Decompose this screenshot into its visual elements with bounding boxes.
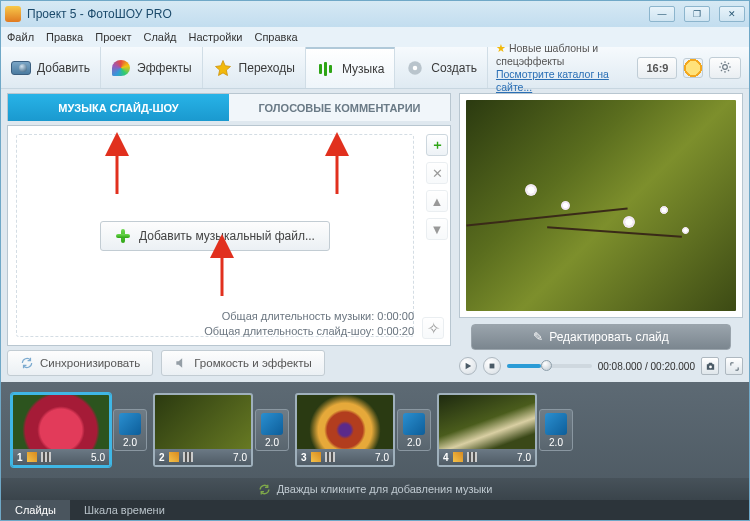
menu-slide[interactable]: Слайд <box>143 31 176 43</box>
remove-track-button: ✕ <box>426 162 448 184</box>
duration-info: Общая длительность музыки: 0:00:00 Общая… <box>204 309 414 339</box>
svg-rect-6 <box>490 364 495 369</box>
fullscreen-button[interactable] <box>725 357 743 375</box>
gear-icon <box>718 60 732 76</box>
tab-slides[interactable]: Слайды <box>1 500 70 520</box>
window-title: Проект 5 - ФотоШОУ PRO <box>27 7 172 21</box>
theme-button[interactable] <box>683 58 703 78</box>
preview-panel <box>459 93 743 318</box>
music-button[interactable]: Музыка <box>306 47 395 88</box>
film-icon <box>467 452 477 462</box>
music-notes-icon <box>316 59 336 79</box>
magic-wand-button: ✧ <box>422 317 444 339</box>
svg-point-2 <box>723 64 728 69</box>
clip-strip[interactable]: 15.02.027.02.037.02.047.02.0 <box>1 382 749 478</box>
transition-icon <box>119 413 141 435</box>
sync-button[interactable]: Синхронизировать <box>7 350 153 376</box>
timeline-tabs: Слайды Шкала времени <box>1 500 749 520</box>
stop-button[interactable] <box>483 357 501 375</box>
main-toolbar: Добавить Эффекты Переходы Музыка Создать… <box>1 47 749 89</box>
clip-thumbnail[interactable]: 47.0 <box>437 393 537 467</box>
refresh-icon <box>258 483 271 496</box>
add-music-file-button[interactable]: Добавить музыкальный файл... <box>100 221 330 251</box>
clip-thumbnail[interactable]: 27.0 <box>153 393 253 467</box>
pencil-icon <box>453 452 463 462</box>
menu-bar: Файл Правка Проект Слайд Настройки Справ… <box>1 27 749 47</box>
app-icon <box>5 6 21 22</box>
snapshot-button[interactable] <box>701 357 719 375</box>
plus-icon <box>115 228 131 244</box>
star-icon <box>213 58 233 78</box>
templates-info: ★ Новые шаблоны и спецэффекты Посмотрите… <box>496 42 631 94</box>
close-button[interactable]: ✕ <box>719 6 745 22</box>
pencil-icon <box>27 452 37 462</box>
transition-button[interactable]: 2.0 <box>255 409 289 451</box>
menu-file[interactable]: Файл <box>7 31 34 43</box>
transition-button[interactable]: 2.0 <box>539 409 573 451</box>
create-button[interactable]: Создать <box>395 47 488 88</box>
sync-icon <box>20 356 34 370</box>
minimize-button[interactable]: — <box>649 6 675 22</box>
menu-settings[interactable]: Настройки <box>189 31 243 43</box>
timeline: 15.02.027.02.037.02.047.02.0 Дважды клик… <box>1 382 749 520</box>
play-button[interactable] <box>459 357 477 375</box>
menu-edit[interactable]: Правка <box>46 31 83 43</box>
film-icon <box>183 452 193 462</box>
transition-icon <box>403 413 425 435</box>
music-dropzone[interactable]: Добавить музыкальный файл... <box>16 134 414 337</box>
film-icon <box>325 452 335 462</box>
playback-time: 00:08.000 / 00:20.000 <box>598 361 695 372</box>
volume-effects-button[interactable]: Громкость и эффекты <box>161 350 325 376</box>
add-track-button[interactable]: ＋ <box>426 134 448 156</box>
svg-point-1 <box>413 65 418 70</box>
palette-icon <box>111 58 131 78</box>
pencil-icon <box>169 452 179 462</box>
music-tabs: МУЗЫКА СЛАЙД-ШОУ ГОЛОСОВЫЕ КОММЕНТАРИИ <box>7 93 451 121</box>
move-up-button: ▲ <box>426 190 448 212</box>
tab-voice-comments[interactable]: ГОЛОСОВЫЕ КОММЕНТАРИИ <box>229 94 450 121</box>
tab-timescale[interactable]: Шкала времени <box>70 500 179 520</box>
tab-slideshow-music[interactable]: МУЗЫКА СЛАЙД-ШОУ <box>8 94 229 121</box>
aspect-ratio-button[interactable]: 16:9 <box>637 57 677 79</box>
transitions-button[interactable]: Переходы <box>203 47 306 88</box>
effects-button[interactable]: Эффекты <box>101 47 203 88</box>
move-down-button: ▼ <box>426 218 448 240</box>
clip-thumbnail[interactable]: 15.0 <box>11 393 111 467</box>
add-button[interactable]: Добавить <box>1 47 101 88</box>
transition-icon <box>261 413 283 435</box>
menu-help[interactable]: Справка <box>254 31 297 43</box>
pencil-icon: ✎ <box>533 330 543 344</box>
pencil-icon <box>311 452 321 462</box>
playback-bar: 00:08.000 / 00:20.000 <box>459 356 743 376</box>
transition-button[interactable]: 2.0 <box>113 409 147 451</box>
transition-button[interactable]: 2.0 <box>397 409 431 451</box>
edit-slide-button[interactable]: ✎ Редактировать слайд <box>471 324 731 350</box>
camera-icon <box>11 58 31 78</box>
title-bar: Проект 5 - ФотоШОУ PRO — ❐ ✕ <box>1 1 749 27</box>
volume-icon <box>174 356 188 370</box>
playback-slider[interactable] <box>507 364 592 368</box>
settings-button[interactable] <box>709 57 741 79</box>
preview-image <box>466 100 736 311</box>
music-panel: Добавить музыкальный файл... ＋ ✕ ▲ ▼ Общ… <box>7 125 451 346</box>
transition-icon <box>545 413 567 435</box>
clip-thumbnail[interactable]: 37.0 <box>295 393 395 467</box>
music-track-placeholder[interactable]: Дважды кликните для добавления музыки <box>1 478 749 500</box>
star-small-icon: ★ <box>496 42 506 54</box>
menu-project[interactable]: Проект <box>95 31 131 43</box>
svg-point-7 <box>709 365 712 368</box>
maximize-button[interactable]: ❐ <box>684 6 710 22</box>
film-icon <box>41 452 51 462</box>
disc-icon <box>405 58 425 78</box>
